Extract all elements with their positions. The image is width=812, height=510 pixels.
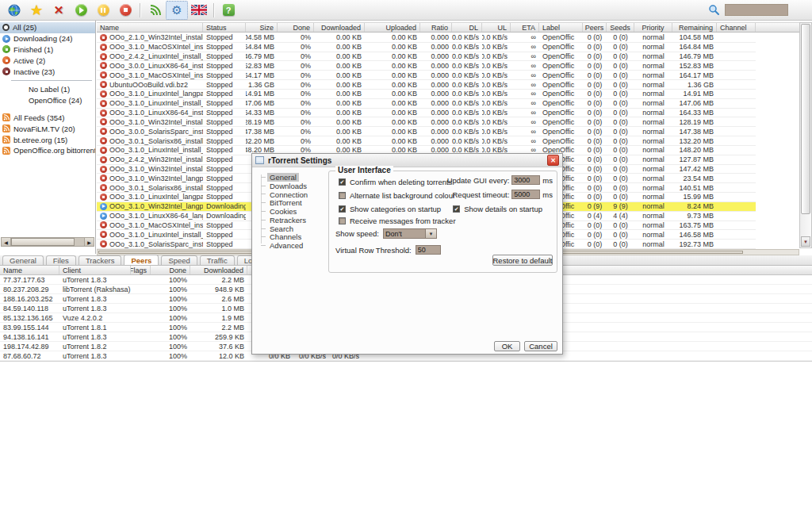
torrent-row[interactable]: OOo_3.0.0_SolarisSparc_install_svStopped… [97, 127, 756, 136]
settings-tree-cookies[interactable]: Cookies [257, 207, 325, 216]
torrent-row[interactable]: OOo_3.1.0_Win32Intel_install_tr.eStopped… [97, 117, 756, 127]
torrent-row[interactable]: UbuntuOOoBuild.vdi.bz2Stopped1.36 GB0%0.… [97, 80, 756, 90]
torrent-row[interactable]: OOo_2.1.0_Win32Intel_install_ga.Stopped1… [97, 33, 756, 43]
settings-tree-channels[interactable]: Channels [257, 233, 325, 242]
show-categories-on-startup-checkbox[interactable] [339, 205, 346, 213]
column-header-client[interactable]: Client [59, 266, 131, 274]
settings-gear-icon[interactable]: ⚙ [166, 1, 188, 20]
add-url-globe-icon[interactable] [5, 2, 24, 19]
update-gui-input[interactable] [511, 175, 540, 185]
column-header-downloaded[interactable]: Downloaded [190, 266, 247, 274]
column-header-remaining[interactable]: Remaining [672, 23, 717, 32]
column-header-ratio[interactable]: Ratio [420, 23, 452, 32]
scrollbar-thumb[interactable] [801, 24, 810, 214]
favorite-star-icon[interactable]: ★ [27, 2, 46, 19]
torrent-row[interactable]: OOo_3.1.0_LinuxIntel_install_zh-tvStoppe… [97, 99, 756, 109]
cell-eta: ∞ [511, 99, 539, 107]
torrent-row[interactable]: OOo_3.0.0_LinuxX86-64_install_ruStopped1… [97, 61, 756, 71]
confirm-when-deleting-torrents-checkbox[interactable] [339, 178, 346, 186]
sidebar-feed-openoffice-org-bittorrent-downloa[interactable]: OpenOffice.org bittorrent downloa [0, 145, 95, 156]
settings-tree-advanced[interactable]: Advanced [257, 241, 325, 250]
column-header-name[interactable]: Name [97, 23, 203, 32]
dialog-titlebar[interactable]: rTorrent Settings ✕ [252, 154, 562, 167]
stop-torrent-icon[interactable] [116, 2, 135, 19]
sidebar-horizontal-scrollbar[interactable]: ◀ ▶ [1, 237, 94, 247]
tab-speed[interactable]: Speed [161, 255, 197, 265]
tab-trackers[interactable]: Trackers [79, 255, 122, 265]
vertical-scrollbar[interactable]: ▼ [799, 22, 812, 248]
pause-torrent-icon[interactable] [94, 2, 113, 19]
sidebar-label-openoffice-24[interactable]: OpenOffice (24) [0, 95, 95, 106]
search-icon[interactable] [708, 4, 720, 16]
column-header-label[interactable]: Label [539, 23, 583, 32]
settings-tree-downloads[interactable]: Downloads [257, 182, 325, 190]
column-header-size[interactable]: Size [246, 23, 278, 32]
scroll-down-icon[interactable]: ▼ [801, 236, 810, 247]
request-timeout-input[interactable] [511, 190, 540, 199]
sidebar-feed-bt-etree-org-15[interactable]: bt.etree.org (15) [0, 134, 95, 145]
alternate-list-background-colour-checkbox[interactable] [339, 192, 346, 199]
sidebar-item-finished-1[interactable]: Finished (1) [0, 44, 95, 56]
settings-tree-retrackers[interactable]: Retrackers [257, 216, 325, 224]
start-torrent-icon[interactable] [71, 2, 90, 19]
sidebar-feed-novafilm-tv-20[interactable]: NovaFiLM.TV (20) [0, 123, 95, 134]
column-header-ul[interactable]: UL [482, 23, 511, 32]
scroll-left-icon[interactable]: ◀ [2, 238, 11, 246]
tab-files[interactable]: Files [46, 255, 76, 265]
settings-tree-connection[interactable]: Connection [257, 190, 325, 199]
sidebar-label-no-label-1[interactable]: No Label (1) [0, 84, 95, 95]
sidebar-item-inactive-23[interactable]: Inactive (23) [0, 66, 95, 77]
column-header-peers[interactable]: Peers [583, 23, 607, 32]
ok-button[interactable]: OK [494, 341, 520, 351]
torrent-row[interactable]: OOo_3.1.0_MacOSXIntel_install_srStopped1… [97, 71, 756, 80]
torrent-row[interactable]: OOo_2.4.2_LinuxIntel_install_ko_dStopped… [97, 52, 756, 62]
settings-tree-bittorrent[interactable]: BitTorrent [257, 198, 325, 207]
receive-messages-from-tracker-checkbox[interactable] [339, 217, 346, 224]
cell-priority: normal [634, 81, 672, 89]
tab-general[interactable]: General [2, 255, 44, 265]
close-icon[interactable]: ✕ [547, 155, 559, 166]
column-header-name[interactable]: Name [0, 266, 59, 274]
sidebar-separator [11, 80, 92, 81]
cell-downloaded: 12.0 KB [190, 352, 247, 360]
virtual-row-threshold-input[interactable] [416, 245, 441, 255]
search-input[interactable] [725, 4, 788, 16]
stopped-status-icon [100, 128, 107, 135]
tab-peers[interactable]: Peers [124, 255, 159, 265]
column-header-done[interactable]: Done [278, 23, 314, 32]
settings-tree-search[interactable]: Search [257, 224, 325, 233]
torrent-row[interactable]: OOo_3.1.0_LinuxIntel_langpack_plStopped1… [97, 90, 756, 99]
column-header-eta[interactable]: ETA [511, 23, 539, 32]
scrollbar-thumb[interactable] [11, 238, 75, 246]
torrent-row[interactable]: OOo_3.1.0_MacOSXIntel_install_svStopped1… [97, 43, 756, 52]
tab-traffic[interactable]: Traffic [200, 255, 235, 265]
cancel-button[interactable]: Cancel [524, 341, 557, 351]
sidebar-feed-all-feeds-354[interactable]: All Feeds (354) [0, 113, 95, 124]
rss-broadcast-icon[interactable] [145, 2, 164, 19]
cell-downloaded: 2.2 MB [190, 276, 247, 284]
column-header-flags[interactable]: Flags [131, 266, 151, 274]
help-icon[interactable]: ? [219, 2, 238, 19]
sidebar-item-active-2[interactable]: Active (2) [0, 55, 95, 66]
restore-default-button[interactable]: Restore to default [492, 255, 553, 266]
torrent-row[interactable]: OOo_3.1.0_LinuxX86-64_install_deStopped1… [97, 109, 756, 118]
settings-tree-general[interactable]: General [257, 173, 325, 182]
sidebar-item-all-25[interactable]: All (25) [0, 22, 95, 33]
scroll-right-icon[interactable]: ▶ [84, 238, 94, 246]
column-header-downloaded[interactable]: Downloaded [314, 23, 365, 32]
column-header-priority[interactable]: Priority [634, 23, 672, 32]
cell-seeds: 0 (0) [607, 231, 634, 239]
language-uk-flag-icon[interactable] [190, 2, 209, 19]
column-header-done[interactable]: Done [151, 266, 190, 274]
show-speed-select[interactable]: Don't ▼ [383, 228, 437, 239]
column-header-channel[interactable]: Channel [717, 23, 756, 32]
show-details-checkbox[interactable] [453, 205, 460, 213]
column-header-status[interactable]: Status [203, 23, 246, 32]
torrent-row[interactable]: OOo_3.0.1_Solarisx86_install_ko.tStopped… [97, 136, 756, 146]
column-header-dl[interactable]: DL [452, 23, 482, 32]
sidebar-item-downloading-24[interactable]: Downloading (24) [0, 33, 95, 44]
checkbox-label: Alternate list background colour [350, 191, 455, 200]
remove-torrent-icon[interactable]: ✕ [49, 2, 68, 19]
column-header-uploaded[interactable]: Uploaded [365, 23, 420, 32]
column-header-seeds[interactable]: Seeds [607, 23, 634, 32]
